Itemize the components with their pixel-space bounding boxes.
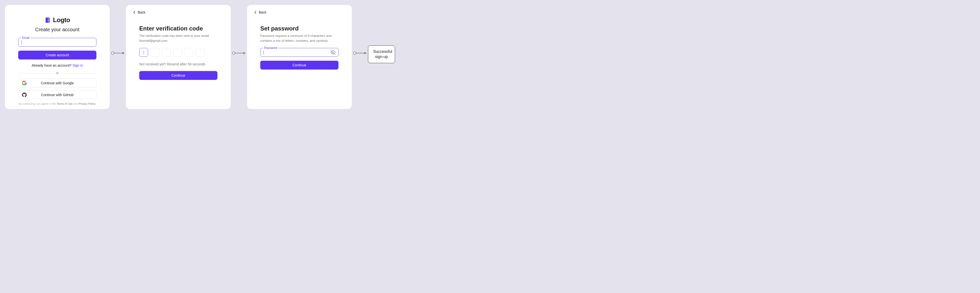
github-signin-button[interactable]: Continue with GitHub [18,90,96,99]
code-digit-3[interactable] [162,48,171,57]
flow-arrow [110,52,126,55]
google-signin-button[interactable]: Continue with Google [18,79,96,87]
code-digit-4[interactable] [173,48,182,57]
signin-link[interactable]: Sign in [72,63,83,67]
divider-text: or [56,71,59,75]
password-label: Password [263,46,278,50]
brand-name: Logto [53,16,70,24]
chevron-left-icon [132,10,137,15]
signin-prefix: Already have an account? [32,63,73,67]
privacy-policy-link[interactable]: Privacy Policy [79,102,95,105]
divider-line [62,73,96,73]
code-digit-1[interactable] [139,48,148,57]
google-icon [22,81,27,86]
chevron-left-icon [253,10,258,15]
verification-email: foomail@gmail.com [139,39,167,43]
continue-button[interactable]: Continue [139,71,218,80]
code-input-row [139,48,218,57]
continue-button[interactable]: Continue [260,61,339,70]
code-digit-6[interactable] [196,48,205,57]
github-icon [22,92,27,97]
verification-card: Back Enter verification code The verific… [126,5,231,109]
page-title: Set password [260,25,339,32]
text-cursor [21,40,22,44]
password-field-wrap: Password [260,48,339,57]
divider: or [18,71,96,75]
eye-off-icon[interactable] [331,50,336,55]
google-btn-label: Continue with Google [41,81,74,85]
code-digit-5[interactable] [185,48,193,57]
svg-point-2 [48,20,49,21]
flow-arrow [352,52,368,55]
code-digit-2[interactable] [151,48,159,57]
divider-line [18,73,53,73]
terms-of-use-link[interactable]: Terms of Use [57,102,73,105]
signin-switch: Already have an account? Sign in [18,63,96,67]
github-btn-label: Continue with GitHub [41,93,73,97]
terms-text: By continuing, you agree to the Terms of… [18,102,96,105]
email-field-wrap: Email [18,38,96,47]
back-label: Back [138,10,145,14]
flow-arrow [231,52,247,55]
resend-text: Not received yet? Resend after 59 second… [139,62,218,66]
create-account-button[interactable]: Create account [18,51,96,60]
password-desc: Password requires a minimum of 8 charact… [260,33,339,43]
password-card: Back Set password Password requires a mi… [247,5,352,109]
text-cursor [263,51,264,54]
email-label: Email [21,36,30,40]
verification-desc: The verification code has been sent to y… [139,33,218,43]
back-label: Back [259,10,266,14]
page-title: Create your account [18,27,96,32]
success-box: Successful sign-up [368,46,395,63]
logto-logo-icon [45,17,51,23]
page-title: Enter verification code [139,25,218,32]
svg-rect-1 [48,17,50,23]
signup-card: Logto Create your account Email Create a… [5,5,110,109]
brand-row: Logto [18,16,96,24]
back-button[interactable]: Back [126,5,231,15]
back-button[interactable]: Back [247,5,352,15]
